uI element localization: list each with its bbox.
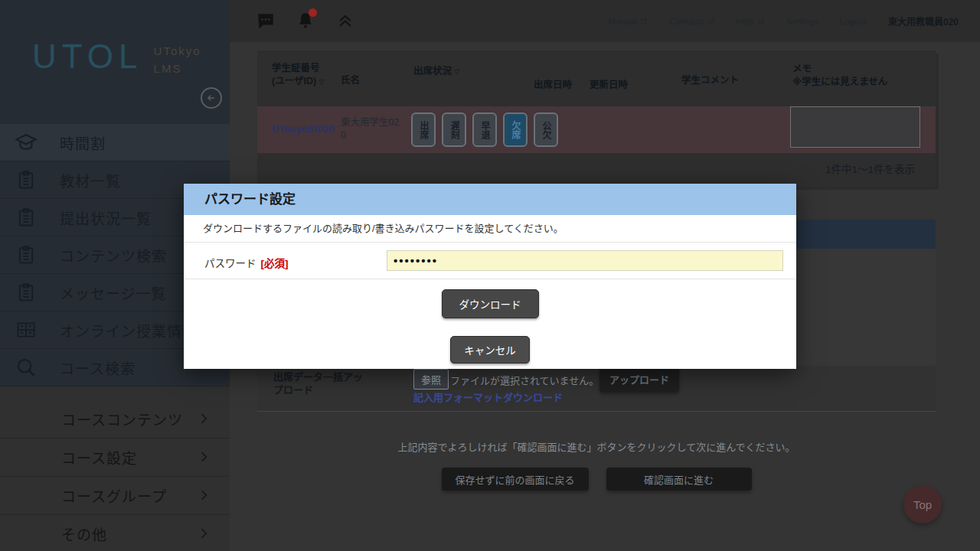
top-header-bar: Manual Contacts Help Settings Logout 東大用… (230, 0, 980, 42)
upload-button[interactable]: アップロード (599, 366, 679, 392)
external-link-icon (640, 18, 648, 25)
manual-link-label: Manual (608, 17, 637, 26)
external-link-icon (707, 18, 715, 25)
logout-link-label: Logout (840, 17, 867, 26)
column-header-student-id[interactable]: 学生証番号 (ユーザID) ▽ (272, 62, 324, 88)
cancel-button[interactable]: キャンセル (450, 336, 530, 364)
external-link-icon (757, 18, 765, 25)
column-header-text: 学生証番号 (272, 62, 324, 75)
file-browse-button[interactable]: 参照 (413, 369, 449, 390)
double-chevron-up-icon[interactable] (335, 10, 356, 31)
clipboard-icon (14, 205, 38, 230)
bulk-upload-row: 出席データ一括アップロード 参照 ファイルが選択されていません。 記入用フォーマ… (257, 366, 936, 412)
pagination-status: 1件中1〜1件を表示 (257, 153, 936, 187)
status-button-excused-absence[interactable]: 公欠 (534, 112, 558, 147)
chevron-right-icon (196, 526, 211, 541)
attendance-status-group: 出席 遅刻 早退 欠席 公欠 (411, 112, 558, 147)
password-setting-modal: パスワード設定 ダウンロードするファイルの読み取り/書き込みパスワードを設定して… (184, 184, 796, 369)
status-button-present[interactable]: 出席 (411, 112, 436, 147)
submenu-item-course-group[interactable]: コースグループ (0, 477, 230, 515)
manual-link[interactable]: Manual (608, 17, 648, 26)
column-header-attended-at: 出席日時 (534, 77, 572, 91)
student-name: 東大用学生020 (341, 116, 402, 142)
clipboard-icon (14, 280, 38, 305)
format-download-link[interactable]: 記入用フォーマットダウンロード (413, 390, 563, 404)
clipboard-icon (14, 168, 38, 192)
scroll-to-top-button[interactable]: Top (903, 485, 942, 523)
status-button-absent[interactable]: 欠席 (503, 112, 528, 147)
graduation-cap-icon (14, 130, 38, 155)
settings-link-label: Settings (786, 17, 818, 26)
column-header-text: 出席状況 (413, 66, 452, 77)
help-link-label: Help (737, 17, 755, 26)
submenu-item-label: コースグループ (61, 485, 167, 506)
submenu-item-others[interactable]: その他 (0, 515, 230, 551)
status-button-late[interactable]: 遅刻 (442, 112, 466, 147)
column-header-student-comment: 学生コメント (681, 72, 739, 86)
sidebar-item-label: 時間割 (60, 132, 106, 153)
sidebar-item-label: コンテンツ検索 (60, 245, 167, 266)
proceed-to-confirmation-button[interactable]: 確認画面に進む (606, 468, 752, 491)
sort-caret-icon[interactable]: ▽ (455, 68, 460, 76)
column-header-memo: メモ ※学生には見えません (792, 63, 887, 89)
modal-password-form-row: パスワード[必須] (184, 243, 796, 279)
column-header-status[interactable]: 出席状況 ▽ (413, 63, 459, 77)
logged-in-username: 東大用教職員020 (888, 15, 959, 28)
logo-subtitle-line1: UTokyo (154, 43, 201, 60)
attendance-table-row: UTokyoSt020 東大用学生020 出席 遅刻 早退 欠席 公欠 (257, 106, 936, 153)
column-header-note: ※学生には見えません (792, 76, 887, 89)
logout-link[interactable]: Logout (840, 17, 867, 26)
clipboard-icon (14, 243, 38, 267)
column-header-text: メモ (792, 63, 887, 76)
help-link[interactable]: Help (737, 17, 766, 26)
sidebar-course-submenu: コースコンテンツ コース設定 コースグループ その他 (0, 386, 230, 551)
sidebar-item-timetable[interactable]: 時間割 (0, 124, 230, 161)
modal-actions: ダウンロード キャンセル (184, 279, 796, 364)
modal-description: ダウンロードするファイルの読み取り/書き込みパスワードを設定してください。 (184, 215, 796, 243)
contacts-link[interactable]: Contacts (669, 17, 714, 26)
password-label-text: パスワード (204, 258, 256, 269)
memo-textarea[interactable] (790, 106, 920, 148)
arrow-left-icon (206, 93, 217, 103)
modal-title: パスワード設定 (184, 184, 796, 215)
submenu-item-label: その他 (61, 523, 107, 544)
notification-bell-icon[interactable] (295, 10, 316, 31)
submenu-item-course-settings[interactable]: コース設定 (0, 439, 230, 477)
logo-subtitle: UTokyo LMS (154, 43, 201, 77)
logo-subtitle-line2: LMS (154, 60, 201, 78)
contacts-link-label: Contacts (669, 17, 704, 26)
password-label: パスワード[必須] (204, 255, 289, 270)
column-header-text: (ユーザID) ▽ (272, 75, 324, 88)
password-input[interactable] (387, 250, 783, 271)
notification-badge (309, 8, 317, 17)
sidebar-item-label: 教材一覧 (60, 170, 121, 191)
sidebar-item-label: コース検索 (60, 357, 136, 378)
submenu-item-label: コースコンテンツ (61, 409, 183, 429)
settings-link[interactable]: Settings (786, 17, 818, 26)
column-header-updated-at: 更新日時 (590, 77, 628, 91)
sidebar-item-label: 提出状況一覧 (60, 207, 152, 228)
submenu-item-course-contents[interactable]: コースコンテンツ (0, 400, 230, 439)
sidebar-collapse-button[interactable] (201, 87, 222, 109)
confirmation-instruction: 上記内容でよろしければ「確認画面に進む」ボタンをクリックして次に進んでください。 (257, 439, 936, 454)
status-button-early-leave[interactable]: 早退 (472, 112, 497, 147)
bulk-upload-label: 出席データ一括アップロード (273, 371, 367, 397)
utol-logo: UTOL UTokyo LMS (32, 40, 201, 77)
chat-bubble-icon[interactable] (255, 10, 276, 31)
download-button[interactable]: ダウンロード (442, 289, 539, 318)
submenu-item-label: コース設定 (61, 447, 137, 468)
logo-text: UTOL (32, 40, 143, 73)
required-badge: [必須] (261, 258, 289, 269)
attendance-table: 学生証番号 (ユーザID) ▽ 氏名 出席状況 ▽ 出席日時 更新日時 学生コメ… (257, 51, 936, 187)
back-without-saving-button[interactable]: 保存せずに前の画面に戻る (442, 468, 589, 491)
column-header-name: 氏名 (341, 72, 360, 86)
student-id-link[interactable]: UTokyoSt020 (272, 123, 334, 135)
chevron-right-icon (196, 487, 211, 503)
chevron-right-icon (196, 411, 211, 426)
online-class-grid-icon (14, 318, 38, 342)
search-icon (14, 355, 38, 380)
sidebar-item-label: メッセージ一覧 (60, 282, 167, 303)
attendance-table-header: 学生証番号 (ユーザID) ▽ 氏名 出席状況 ▽ 出席日時 更新日時 学生コメ… (257, 51, 936, 106)
sort-caret-icon[interactable]: ▽ (319, 78, 325, 86)
chevron-right-icon (196, 449, 211, 465)
